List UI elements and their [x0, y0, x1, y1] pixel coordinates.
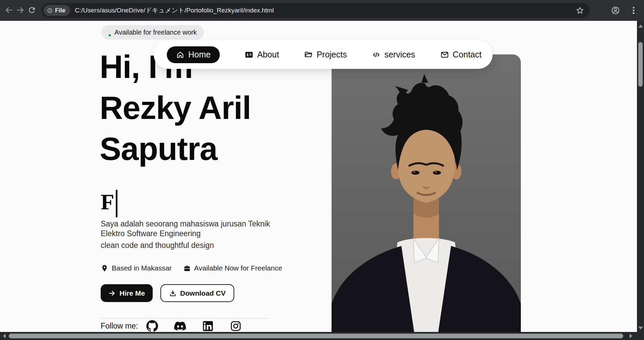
- envelope-icon: [440, 50, 449, 59]
- reload-icon[interactable]: [28, 6, 36, 14]
- github-icon: [146, 320, 158, 332]
- profile-icon[interactable]: [611, 6, 620, 15]
- address-bar[interactable]: File C:/Users/asus/OneDrive/ドキュメント/Porto…: [41, 3, 590, 18]
- portrait-illustration: [332, 54, 521, 332]
- typewriter-text: F: [101, 188, 117, 216]
- meta-availability-text: Available Now for Freelance: [194, 264, 282, 272]
- social-link-github[interactable]: [146, 320, 158, 332]
- follow-label: Follow me:: [101, 322, 138, 331]
- typing-cursor: [116, 190, 117, 217]
- nav-item-services[interactable]: services: [372, 50, 415, 59]
- status-dot-icon: [109, 34, 111, 36]
- scroll-left-arrow-icon[interactable]: [3, 334, 6, 338]
- discord-icon: [174, 320, 186, 332]
- social-link-instagram[interactable]: [230, 320, 242, 332]
- vertical-scrollbar[interactable]: [637, 21, 644, 332]
- briefcase-icon: [183, 264, 191, 272]
- info-icon: [47, 8, 53, 13]
- download-cv-label: Download CV: [180, 289, 226, 297]
- about-card-icon: [245, 50, 253, 59]
- horizontal-scrollbar[interactable]: [0, 332, 644, 340]
- url-text: C:/Users/asus/OneDrive/ドキュメント/Portofolio…: [75, 6, 576, 15]
- hire-me-label: Hire Me: [119, 289, 145, 297]
- meta-location-text: Based in Makassar: [112, 264, 172, 272]
- page-content: Available for freelance work Home About: [0, 21, 637, 332]
- scroll-up-arrow-icon[interactable]: [638, 25, 643, 28]
- nav-item-label: Contact: [453, 50, 482, 59]
- menu-dots-icon[interactable]: [629, 6, 638, 15]
- scroll-right-arrow-icon[interactable]: [630, 334, 633, 338]
- download-cv-button[interactable]: Download CV: [160, 284, 234, 302]
- hero-title-line3: Saputra: [100, 128, 251, 169]
- instagram-icon: [230, 320, 242, 332]
- hero-meta-row: Based in Makassar Available Now for Free…: [101, 264, 282, 272]
- meta-availability: Available Now for Freelance: [183, 264, 282, 272]
- profile-photo: [332, 54, 521, 332]
- typed-character: F: [101, 191, 114, 213]
- bookmark-star-icon[interactable]: [576, 6, 584, 15]
- browser-window: File C:/Users/asus/OneDrive/ドキュメント/Porto…: [0, 0, 644, 340]
- follow-divider: [101, 318, 268, 318]
- nav-item-contact[interactable]: Contact: [440, 50, 482, 59]
- linkedin-icon: [202, 320, 214, 332]
- vertical-scrollbar-thumb[interactable]: [638, 42, 643, 87]
- back-icon[interactable]: [5, 6, 13, 14]
- description-line2: clean code and thoughtful design: [101, 241, 285, 250]
- main-nav: Home About Projects services: [154, 40, 493, 69]
- availability-badge: Available for freelance work: [101, 25, 204, 40]
- social-link-linkedin[interactable]: [202, 320, 214, 332]
- social-link-discord[interactable]: [174, 320, 186, 332]
- file-scheme-chip[interactable]: File: [44, 5, 70, 16]
- file-chip-label: File: [55, 7, 65, 14]
- nav-item-projects[interactable]: Projects: [304, 50, 347, 59]
- home-icon: [176, 50, 185, 59]
- nav-item-home[interactable]: Home: [167, 46, 220, 63]
- meta-location: Based in Makassar: [101, 264, 172, 272]
- browser-toolbar: File C:/Users/asus/OneDrive/ドキュメント/Porto…: [0, 0, 644, 21]
- download-icon: [169, 290, 177, 297]
- availability-badge-text: Available for freelance work: [114, 29, 197, 36]
- arrow-right-icon: [108, 290, 116, 297]
- hire-me-button[interactable]: Hire Me: [101, 284, 153, 302]
- follow-row: Follow me:: [101, 320, 242, 332]
- description-line1: Saya adalah seoorang mahasiswa jurusan T…: [101, 219, 285, 239]
- hero-buttons: Hire Me Download CV: [101, 284, 234, 302]
- hero-title-line2: Rezky Aril: [100, 87, 251, 128]
- scroll-down-arrow-icon[interactable]: [638, 327, 643, 330]
- forward-icon[interactable]: [16, 6, 24, 14]
- location-pin-icon: [101, 264, 108, 272]
- horizontal-scrollbar-thumb[interactable]: [9, 334, 623, 338]
- nav-item-label: Projects: [316, 50, 347, 59]
- nav-item-label: About: [257, 50, 279, 59]
- nav-item-label: services: [384, 50, 415, 59]
- folder-icon: [304, 50, 313, 59]
- nav-item-label: Home: [188, 50, 211, 59]
- nav-item-about[interactable]: About: [245, 50, 279, 59]
- code-icon: [372, 50, 381, 59]
- hero-description: Saya adalah seoorang mahasiswa jurusan T…: [101, 219, 285, 250]
